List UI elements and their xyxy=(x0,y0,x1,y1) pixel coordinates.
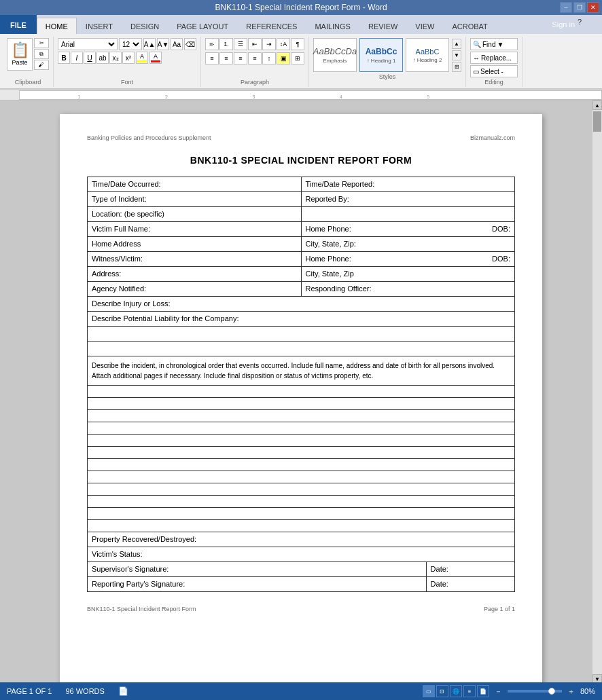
bullets-button[interactable]: ≡· xyxy=(205,38,219,50)
type-incident-label: Type of Incident: xyxy=(88,192,302,207)
page-header: Banking Policies and Procedures Suppleme… xyxy=(87,134,515,141)
table-row xyxy=(88,342,515,356)
decrease-indent-button[interactable]: ⇤ xyxy=(248,38,262,50)
style-emphasis[interactable]: AaBbCcDa Emphasis xyxy=(313,38,357,72)
cut-button[interactable]: ✂ xyxy=(34,38,49,48)
text-highlight-button[interactable]: A xyxy=(136,52,148,64)
numbering-button[interactable]: 1. xyxy=(219,38,233,50)
zoom-in-icon[interactable]: ＋ xyxy=(567,686,575,697)
title-bar: BNK110-1 Special Incident Report Form - … xyxy=(0,0,602,15)
styles-expand[interactable]: ⊞ xyxy=(452,62,461,72)
tab-design[interactable]: DESIGN xyxy=(122,18,168,34)
styles-group: AaBbCcDa Emphasis AaBbCc ↑ Heading 1 AaB… xyxy=(309,37,466,87)
restore-button[interactable]: ❒ xyxy=(573,2,586,13)
style-heading1[interactable]: AaBbCc ↑ Heading 1 xyxy=(359,38,403,72)
zoom-slider-thumb[interactable] xyxy=(548,688,555,695)
style-heading2[interactable]: AaBbC ↑ Heading 2 xyxy=(406,38,449,72)
format-painter-button[interactable]: 🖌 xyxy=(34,60,49,70)
align-left-button[interactable]: ≡ xyxy=(205,52,219,65)
tab-page-layout[interactable]: PAGE LAYOUT xyxy=(168,18,237,34)
page-footer: BNK110-1 Special Incident Report Form Pa… xyxy=(87,606,515,612)
city-state-zip1-label: City, State, Zip: xyxy=(301,237,515,252)
tab-acrobat[interactable]: ACROBAT xyxy=(443,18,496,34)
increase-indent-button[interactable]: ⇥ xyxy=(262,38,276,50)
strikethrough-button[interactable]: ab xyxy=(96,52,109,64)
line-spacing-button[interactable]: ↕ xyxy=(262,52,276,65)
select-button[interactable]: ▭ Select - xyxy=(470,65,518,77)
align-center-button[interactable]: ≡ xyxy=(219,52,233,65)
injury-loss-label: Describe Injury or Loss: xyxy=(88,297,515,312)
full-screen-button[interactable]: ⊡ xyxy=(436,685,448,697)
font-family-select[interactable]: Arial xyxy=(58,38,118,50)
track-changes-icon: 📄 xyxy=(118,686,128,696)
font-group-content: Arial 12 A▲ A▼ Aa ⌫ B I U ab x₂ x² xyxy=(58,38,196,77)
help-icon[interactable]: ? xyxy=(578,18,582,26)
web-layout-button[interactable]: 🌐 xyxy=(450,685,462,697)
sort-button[interactable]: ↕A xyxy=(277,38,290,50)
table-row xyxy=(88,435,515,447)
table-row xyxy=(88,386,515,398)
change-case-button[interactable]: Aa xyxy=(171,38,183,50)
document-title: BNK110-1 SPECIAL INCIDENT REPORT FORM xyxy=(87,155,515,166)
find-button[interactable]: 🔍 Find ▼ xyxy=(470,38,518,50)
blank-line xyxy=(88,459,515,471)
tab-mailings[interactable]: MAILINGS xyxy=(306,18,359,34)
close-button[interactable]: ✕ xyxy=(587,2,599,13)
tab-home[interactable]: HOME xyxy=(37,18,77,34)
heading1-label: ↑ Heading 1 xyxy=(367,58,396,64)
tab-references[interactable]: REFERENCES xyxy=(237,18,306,34)
outline-button[interactable]: ≡ xyxy=(463,685,476,697)
table-row: Describe the incident, in chronological … xyxy=(88,356,515,386)
multilevel-button[interactable]: ☰ xyxy=(234,38,247,50)
styles-scroll-up[interactable]: ▲ xyxy=(452,39,461,49)
underline-button[interactable]: U xyxy=(84,52,96,64)
clear-formatting-button[interactable]: ⌫ xyxy=(184,38,196,50)
bottom-form-table: Property Recovered/Destroyed: Victim's S… xyxy=(87,532,515,592)
reporting-sig-label: Reporting Party's Signature: xyxy=(88,577,427,592)
print-layout-button[interactable]: ▭ xyxy=(423,685,435,697)
supervisor-date-label: Date: xyxy=(426,562,514,577)
bold-button[interactable]: B xyxy=(58,52,70,64)
minimize-button[interactable]: – xyxy=(560,2,572,13)
status-bar: PAGE 1 OF 1 96 WORDS 📄 ▭ ⊡ 🌐 ≡ 📄 － ＋ 80% xyxy=(0,682,602,700)
heading2-label: ↑ Heading 2 xyxy=(413,57,442,63)
zoom-slider[interactable] xyxy=(508,690,562,693)
footer-right: Page 1 of 1 xyxy=(484,606,515,612)
grow-font-button[interactable]: A▲ xyxy=(143,38,156,50)
scroll-up-arrow[interactable]: ▲ xyxy=(592,100,602,110)
paragraph-group-content: ≡· 1. ☰ ⇤ ⇥ ↕A ¶ ≡ ≡ ≡ ≡ ↕ ▣ ⊞ xyxy=(205,38,304,77)
show-marks-button[interactable]: ¶ xyxy=(291,38,304,50)
blank-line xyxy=(88,471,515,483)
time-occurred-label: Time/Date Occurred: xyxy=(88,177,302,192)
justify-button[interactable]: ≡ xyxy=(248,52,262,65)
borders-button[interactable]: ⊞ xyxy=(291,52,304,65)
zoom-out-icon[interactable]: － xyxy=(495,686,502,697)
scroll-thumb[interactable] xyxy=(593,111,601,132)
sign-in[interactable]: Sign in xyxy=(552,15,575,34)
shading-button[interactable]: ▣ xyxy=(277,52,290,65)
subscript-button[interactable]: x₂ xyxy=(109,52,122,64)
italic-button[interactable]: I xyxy=(71,52,83,64)
address-label: Address: xyxy=(88,267,302,282)
align-right-button[interactable]: ≡ xyxy=(234,52,247,65)
styles-scroll-down[interactable]: ▼ xyxy=(452,50,461,60)
zoom-level[interactable]: 80% xyxy=(580,687,595,695)
font-size-select[interactable]: 12 xyxy=(119,38,142,50)
tab-file[interactable]: FILE xyxy=(0,15,37,34)
tab-insert[interactable]: INSERT xyxy=(77,18,122,34)
witness-phone-label: Home Phone: xyxy=(306,255,351,263)
font-color-button[interactable]: A xyxy=(149,52,162,64)
copy-button[interactable]: ⧉ xyxy=(34,49,49,59)
replace-button[interactable]: ↔ Replace... xyxy=(470,52,518,64)
paste-button[interactable]: 📋 Paste xyxy=(7,38,33,71)
blank-line xyxy=(88,508,515,520)
blank-line xyxy=(88,386,515,398)
shrink-font-button[interactable]: A▼ xyxy=(157,38,169,50)
superscript-button[interactable]: x² xyxy=(122,52,135,64)
tab-review[interactable]: REVIEW xyxy=(359,18,406,34)
tab-view[interactable]: VIEW xyxy=(406,18,443,34)
header-right: Bizmanualz.com xyxy=(470,134,515,141)
draft-button[interactable]: 📄 xyxy=(477,685,489,697)
find-label: Find xyxy=(482,41,495,48)
vertical-scrollbar[interactable]: ▲ ▼ xyxy=(592,100,602,684)
